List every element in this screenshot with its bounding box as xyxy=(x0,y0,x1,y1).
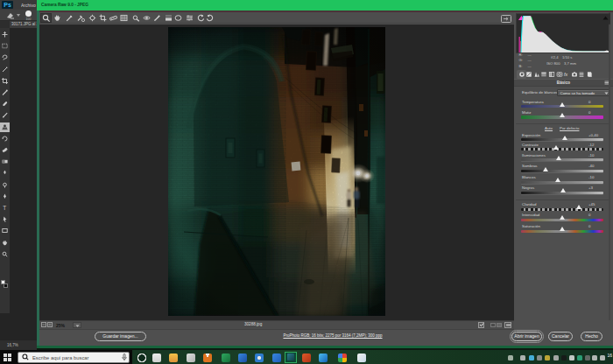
svg-text:fx: fx xyxy=(564,72,567,77)
svg-text:T: T xyxy=(3,205,6,211)
